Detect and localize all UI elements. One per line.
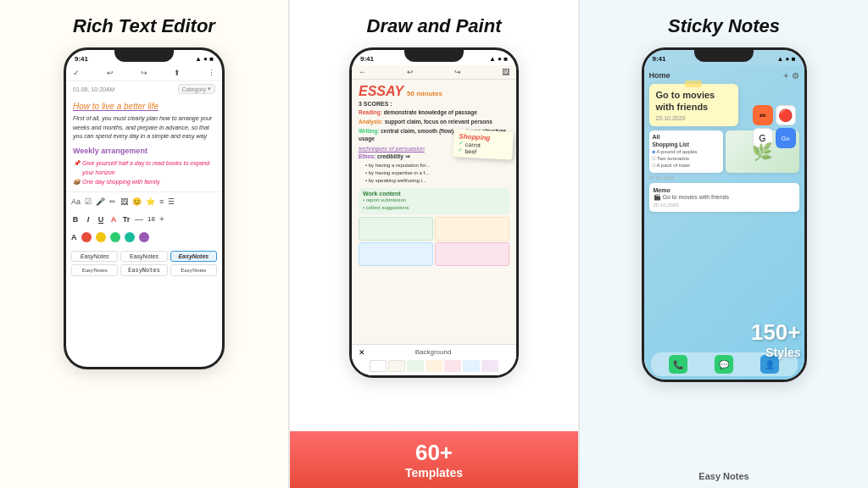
image-icon[interactable]: 🖼 xyxy=(120,197,128,206)
font-aa-icon[interactable]: Aa xyxy=(71,197,81,206)
leaf-icon: 🌿 xyxy=(752,141,773,162)
draw-and-paint-section: Draw and Paint 9:41 ▲ ● ■ ← ↩ ↪ 🖼 ESSAY … xyxy=(289,0,579,488)
sticky-note-large: Go to movies with friends 20.10.2020 xyxy=(649,84,738,126)
time-2: 9:41 xyxy=(360,55,374,63)
close-bg-icon[interactable]: ✕ xyxy=(359,348,365,358)
ethos-text: credibility ⇒ xyxy=(377,153,410,159)
color-purple[interactable] xyxy=(139,232,149,242)
list-item-1: 📌 Give yourself half a day to read books… xyxy=(73,158,215,177)
font-sample-2[interactable]: EasyNotes xyxy=(120,251,167,262)
color-red[interactable] xyxy=(81,232,92,242)
font-sample-6[interactable]: EasyNotes xyxy=(170,264,217,276)
font-sample-4[interactable]: EasyNotes xyxy=(71,264,118,276)
redo-icon[interactable]: ↪ xyxy=(141,69,147,77)
template-grid xyxy=(359,217,509,266)
section-1-title: Rich Text Editor xyxy=(73,15,215,37)
reading-item: Reading: demonstrate knowledge of passag… xyxy=(359,108,509,117)
color-teal[interactable] xyxy=(125,232,135,242)
dock-phone[interactable]: 📞 xyxy=(669,355,687,374)
status-icons-2: ▲ ● ■ xyxy=(489,55,508,63)
list-item-2-text: One day shopping with family xyxy=(82,177,159,186)
font-sample-1[interactable]: EasyNotes xyxy=(71,251,118,262)
undo-icon[interactable]: ↩ xyxy=(107,69,114,77)
templates-count: 60+ xyxy=(298,440,570,466)
swatch-1[interactable] xyxy=(370,360,387,372)
memo-bg-image: 🌿 xyxy=(726,130,799,173)
sticky-tape-1 xyxy=(685,80,702,87)
swatch-4[interactable] xyxy=(426,360,442,372)
fmt-row-1: Aa ☑ 🎤 ✏ 🖼 😊 ⭐ ≡ ☰ xyxy=(71,196,217,208)
check-beef: ✓ xyxy=(458,147,463,153)
editor-title: How to live a better life xyxy=(73,102,215,111)
check-icon[interactable]: ✓ xyxy=(73,69,80,77)
more-icon[interactable]: ⋮ xyxy=(208,69,215,77)
italic-btn[interactable]: I xyxy=(84,215,92,224)
memo-full-text: 🎬 Go to movies with friends xyxy=(654,194,795,201)
emoji-icon[interactable]: 😊 xyxy=(132,197,142,206)
memo-item-2: □ Two avocados xyxy=(653,155,720,162)
templates-overlay: 60+ Templates xyxy=(290,431,578,488)
dock-messages[interactable]: 💬 xyxy=(715,355,733,374)
app-icon-edit[interactable]: ✏ xyxy=(753,105,773,125)
essay-minutes: 50 minutes xyxy=(407,90,442,97)
draw-undo[interactable]: ↩ xyxy=(407,68,414,76)
color-green[interactable] xyxy=(110,232,120,242)
editor-content[interactable]: How to live a better life First of all, … xyxy=(66,97,222,191)
memo-full-date: 20.10.2020 xyxy=(654,202,795,208)
bold-btn[interactable]: B xyxy=(71,215,80,224)
ethos-label: Ethos: xyxy=(359,153,376,159)
styles-count: 150+ xyxy=(751,319,801,346)
carrot-label: carrot xyxy=(465,141,481,147)
styles-label: Styles xyxy=(751,346,801,359)
editor-body: First of all, you must clearly plan how … xyxy=(73,114,215,141)
settings-icon[interactable]: ⚙ xyxy=(792,71,799,80)
font-size: 18 xyxy=(147,215,155,223)
app-icon-chrome[interactable]: 🔴 xyxy=(776,105,796,125)
sticky-note-date: 20.10.2020 xyxy=(656,115,732,121)
template-3 xyxy=(359,242,433,266)
memo-title-1: All xyxy=(653,134,720,140)
list-icon[interactable]: ≡ xyxy=(159,197,164,206)
share-icon[interactable]: ⬆ xyxy=(174,69,181,77)
back-icon[interactable]: ← xyxy=(359,68,366,76)
swatch-6[interactable] xyxy=(463,360,480,372)
text-color-btn[interactable]: A xyxy=(109,215,118,224)
checkbox-icon[interactable]: ☑ xyxy=(85,197,92,206)
templates-label: Templates xyxy=(298,466,570,480)
swatch-7[interactable] xyxy=(481,360,498,372)
work-content-note: Work content • report submission • colle… xyxy=(359,188,509,214)
swatch-5[interactable] xyxy=(444,360,461,372)
sticky-note-text: Go to movies with friends xyxy=(656,89,732,114)
list2-icon[interactable]: ☰ xyxy=(168,197,175,206)
list-item-2: 📦 One day shopping with family xyxy=(73,177,215,186)
color-indicator: A xyxy=(71,233,77,241)
minus-btn[interactable]: — xyxy=(135,214,143,224)
underline-btn[interactable]: U xyxy=(97,215,105,224)
work-item-2: • collect suggestions xyxy=(363,204,505,212)
sticky-notes-section: Sticky Notes 9:41 ▲ ● ■ Home + ⚙ xyxy=(580,0,868,488)
mic-icon[interactable]: 🎤 xyxy=(96,197,105,206)
memo-item-3: □ A pack of toast xyxy=(653,162,720,169)
draw-image[interactable]: 🖼 xyxy=(502,68,509,76)
category-badge[interactable]: Category ▾ xyxy=(178,84,215,94)
reading-label: Reading: xyxy=(359,109,382,115)
font-sample-grid: EasyNotes EasyNotes EasyNotes EasyNotes … xyxy=(71,249,217,278)
add-icon[interactable]: + xyxy=(783,70,788,80)
memo-grid: All Shopping List ■ A pound of apples □ … xyxy=(649,130,799,173)
draw-redo[interactable]: ↪ xyxy=(454,68,461,76)
swatch-2[interactable] xyxy=(388,360,405,372)
phone-screen-1: ✓ ↩ ↪ ⬆ ⋮ 01.08, 10:20AM Category ▾ How … xyxy=(66,65,222,367)
analysis-label: Analysis: xyxy=(359,119,383,125)
sticker-icon[interactable]: ⭐ xyxy=(146,197,155,206)
pen-icon[interactable]: ✏ xyxy=(109,197,116,206)
font-sample-3[interactable]: EasyNotes xyxy=(170,251,217,262)
color-row: A xyxy=(71,230,217,244)
font-type-btn[interactable]: Tr xyxy=(122,215,131,224)
shopping-list-title: Shopping List xyxy=(653,141,720,147)
plus-btn[interactable]: + xyxy=(159,214,164,224)
color-yellow[interactable] xyxy=(96,232,106,242)
swatch-3[interactable] xyxy=(407,360,424,372)
sticky-home-bar: Home + ⚙ xyxy=(649,70,799,80)
section-2-title: Draw and Paint xyxy=(367,15,502,37)
font-sample-5[interactable]: EasyNotes xyxy=(120,264,167,276)
